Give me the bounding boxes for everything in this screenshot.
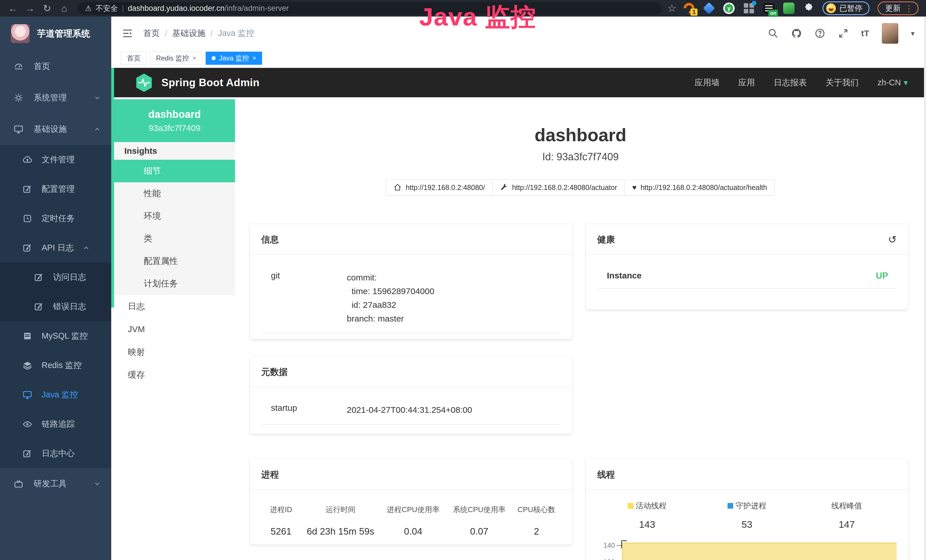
sba-menu-caches[interactable]: 缓存 [114,363,235,386]
sba-nav-applications[interactable]: 应用 [738,77,755,88]
warning-icon[interactable]: ⚠ [85,4,92,13]
page-title: dashboard [250,125,911,145]
sba-menu-metrics[interactable]: 性能 [114,182,235,205]
sidebar-item-tracing[interactable]: 链路追踪 [0,409,111,439]
sba-brand-title[interactable]: Spring Boot Admin [162,77,260,89]
sidebar-item-file-manage[interactable]: 文件管理 [0,145,111,174]
sidebar-item-java-monitor[interactable]: Java 监控 [0,380,111,409]
puzzle-icon[interactable] [802,2,815,15]
sidebar-item-config-manage[interactable]: 配置管理 [0,174,111,204]
browser-menu-dots-icon[interactable]: ⋮ [905,3,913,14]
instance-header[interactable]: dashboard 93a3fc7f7409 [114,99,235,142]
breadcrumb-infra[interactable]: 基础设施 [172,28,205,39]
sba-menu-logs[interactable]: 日志 [114,295,235,318]
font-size-icon[interactable]: tT [861,29,869,38]
extension-c-icon[interactable]: 1 [683,2,695,15]
card-title: 信息 [261,234,279,246]
sidebar-item-access-logs[interactable]: 访问日志 [0,262,111,292]
briefcase-icon [12,479,24,489]
sba-menu-classes[interactable]: 类 [114,227,235,250]
stat-label: 线程峰值 [831,501,862,511]
sidebar-item-log-center[interactable]: 日志中心 [0,439,111,468]
page-scrollbar[interactable] [924,17,926,560]
sidebar-item-error-logs[interactable]: 错误日志 [0,292,111,321]
close-icon[interactable]: × [253,54,256,62]
paused-pill[interactable]: 已暂停 [823,2,870,15]
breadcrumb-home[interactable]: 首页 [143,28,160,39]
avatar-caret-icon[interactable]: ▾ [911,29,915,38]
app-logo-row[interactable]: 芋道管理系统 [0,17,111,51]
sidebar-item-home[interactable]: 首页 [0,51,111,82]
breadcrumb: 首页 / 基础设施 / Java 监控 [143,28,254,39]
sba-menu-scheduled-tasks[interactable]: 计划任务 [114,272,235,295]
address-bar[interactable]: ⚠ 不安全 | dashboard.yudao.iocoder.cn/infra… [77,2,662,15]
scrollbar[interactable] [111,68,114,560]
sba-language-select[interactable]: zh-CN ▾ [878,78,908,87]
cards-col-left: 信息 git commit: time: 1596289704000 id: 2… [250,224,572,560]
extension-y-icon[interactable]: y [723,2,735,15]
sba-menu-jvm[interactable]: JVM [114,318,235,341]
sidebar-item-label: 系统管理 [34,92,85,104]
forward-icon[interactable]: → [22,3,38,14]
sidebar-item-cron-jobs[interactable]: 定时任务 [0,204,111,233]
actuator-url-button[interactable]: http://192.168.0.2:48080/actuator [492,179,625,195]
extension-grid-icon[interactable] [743,2,755,15]
health-row-instance[interactable]: Instance UP [597,262,897,289]
service-url-label: http://192.168.0.2:48080/ [406,183,485,192]
service-url-button[interactable]: http://192.168.0.2:48080/ [386,179,493,195]
process-uptime: 6d 23h 15m 59s [301,526,380,537]
sidebar-item-mysql-monitor[interactable]: MySQL 监控 [0,321,111,351]
fullscreen-icon[interactable] [838,28,849,39]
gauge-icon [12,62,24,71]
history-icon[interactable]: ↺ [888,234,897,246]
edit-icon [22,449,33,459]
search-icon[interactable] [768,28,779,39]
sba-nav-wallboard[interactable]: 应用墙 [695,77,720,88]
sidebar-item-redis-monitor[interactable]: Redis 监控 [0,351,111,380]
threads-chart: 140 120 100 [597,540,897,560]
sba-nav-journal[interactable]: 日志报表 [774,77,807,88]
github-icon[interactable] [791,28,802,39]
sba-menu-details[interactable]: 细节 [114,160,235,182]
tab-redis-monitor[interactable]: Redis 监控 × [150,51,202,65]
help-icon[interactable] [814,28,825,39]
heart-icon: ♥ [632,183,637,192]
hamburger-icon[interactable] [121,28,134,39]
health-url-button[interactable]: ♥ http://192.168.0.2:48080/actuator/heal… [625,179,775,195]
scrollbar-thumb[interactable] [111,68,114,307]
tab-label: Redis 监控 [156,54,189,63]
instance-id: 93a3fc7f7409 [148,123,200,133]
health-card: 健康 ↺ Instance UP [586,224,908,310]
reload-icon[interactable]: ↻ [39,3,55,14]
sba-menu-config-props[interactable]: 配置属性 [114,250,235,272]
security-label[interactable]: 不安全 [95,3,118,14]
extension-person-icon[interactable] [782,2,795,15]
sidebar-item-dev-tools[interactable]: 研发工具 [0,468,111,499]
admin-sidebar: 芋道管理系统 首页 系统管理 基础设施 [0,17,111,560]
sba-body: dashboard 93a3fc7f7409 Insights 细节 性能 环境… [114,97,926,560]
breadcrumb-separator: / [165,29,167,38]
tab-home[interactable]: 首页 [121,51,147,65]
bookmark-star-icon[interactable]: ☆ [667,2,676,14]
close-icon[interactable]: × [192,54,196,62]
home-icon[interactable]: ⌂ [56,3,72,14]
tab-java-monitor[interactable]: Java 监控 × [206,51,262,65]
url-divider: | [122,4,124,13]
sba-menu-environment[interactable]: 环境 [114,205,235,227]
metadata-row-startup: startup 2021-04-27T00:44:31.254+08:00 [261,395,561,424]
update-button[interactable]: 更新 ⋮ [878,2,918,15]
app-frame: 芋道管理系统 首页 系统管理 基础设施 [0,17,926,560]
sba-menu-mappings[interactable]: 映射 [114,341,235,363]
sidebar-item-api-logs[interactable]: API 日志 [0,233,111,262]
sidebar-item-system[interactable]: 系统管理 [0,82,111,114]
sidebar-item-infra[interactable]: 基础设施 [0,114,111,145]
url-text[interactable]: dashboard.yudao.iocoder.cn/infra/admin-s… [128,4,289,13]
sba-nav-about[interactable]: 关于我们 [826,77,859,88]
avatar[interactable] [882,23,898,44]
process-col-header: 进程CPU使用率 [380,505,446,515]
extension-list-icon[interactable]: on [763,2,775,15]
stat-daemon-threads: 守护进程 53 [697,501,797,530]
back-icon[interactable]: ← [5,3,21,14]
extension-gem-icon[interactable] [703,2,715,15]
extension-badge: 1 [690,9,698,16]
